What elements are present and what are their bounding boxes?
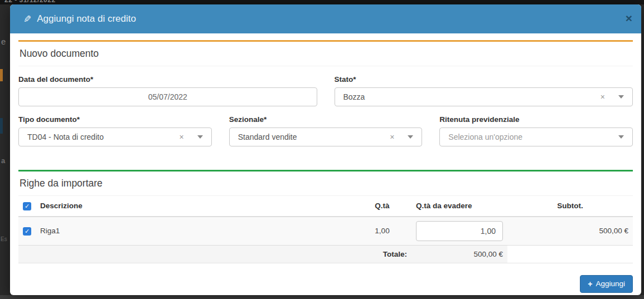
table-header-row: ✓ Descrizione Q.tà Q.tà da evadere Subto…: [18, 196, 633, 217]
backdrop-text-fragment: a: [1, 156, 5, 165]
sezionale-selected-value: Standard vendite: [238, 133, 390, 141]
nuovo-documento-heading: Nuovo documento: [18, 42, 633, 66]
field-sezionale: Sezionale* Standard vendite ×: [229, 115, 423, 146]
section-righe-da-importare: Righe da importare ✓ Descrizione Q.tà Q.…: [18, 170, 633, 263]
sezionale-label: Sezionale*: [229, 115, 423, 124]
modal-title: Aggiungi nota di credito: [37, 13, 136, 24]
totale-value: 500,00 €: [411, 245, 507, 263]
section-nuovo-documento: Nuovo documento Data del documento* Stat…: [18, 40, 633, 161]
table-row: ✓ Riga1 1,00 500,00 €: [18, 217, 633, 246]
backdrop-orange-block: [0, 69, 3, 81]
backdrop-navy-block: [0, 118, 3, 134]
modal-body: Nuovo documento Data del documento* Stat…: [10, 33, 641, 293]
close-icon[interactable]: ×: [626, 12, 632, 24]
ritenuta-previdenziale-select[interactable]: Seleziona un'opzione: [439, 128, 633, 146]
backdrop-text-fragment: e: [1, 37, 6, 46]
caret-down-icon: [197, 135, 203, 139]
sezionale-select[interactable]: Standard vendite ×: [229, 128, 423, 146]
nuovo-documento-body: Data del documento* Stato* Bozza ×: [18, 66, 633, 161]
data-documento-input[interactable]: [18, 87, 317, 106]
field-tipo-documento: Tipo documento* TD04 - Nota di credito ×: [18, 115, 212, 146]
qta-da-evadere-input[interactable]: [416, 221, 503, 241]
aggiungi-button[interactable]: + Aggiungi: [580, 275, 633, 293]
clear-icon[interactable]: ×: [601, 93, 605, 101]
table-footer-row: Totale: 500,00 €: [18, 245, 633, 263]
row-descrizione: Riga1: [36, 217, 353, 246]
clear-icon[interactable]: ×: [179, 133, 183, 141]
data-documento-label: Data del documento*: [18, 75, 317, 84]
caret-down-icon: [618, 95, 624, 99]
header-qta: Q.tà: [353, 196, 411, 217]
modal-header: ✎ Aggiungi nota di credito ×: [10, 4, 641, 33]
ritenuta-previdenziale-placeholder: Seleziona un'opzione: [448, 133, 618, 141]
caret-down-icon: [618, 135, 624, 139]
stato-label: Stato*: [335, 75, 633, 84]
stato-select[interactable]: Bozza ×: [335, 87, 633, 106]
modal-actions: + Aggiungi: [18, 275, 633, 293]
tipo-documento-label: Tipo documento*: [18, 115, 212, 124]
aggiungi-button-label: Aggiungi: [595, 280, 625, 288]
row-subtot: 500,00 €: [507, 217, 633, 246]
backdrop-bottom-strip: [0, 295, 644, 299]
add-credit-note-modal: ✎ Aggiungi nota di credito × Nuovo docum…: [10, 4, 641, 295]
header-subtot: Subtot.: [507, 196, 633, 217]
pencil-icon: ✎: [23, 13, 31, 25]
header-qta-da-evadere: Q.tà da evadere: [411, 196, 507, 217]
clear-icon[interactable]: ×: [390, 133, 394, 141]
tipo-documento-selected-value: TD04 - Nota di credito: [27, 133, 179, 141]
header-descrizione: Descrizione: [36, 196, 353, 217]
totale-label: Totale:: [18, 245, 411, 263]
field-stato: Stato* Bozza ×: [335, 75, 633, 106]
ritenuta-previdenziale-label: Ritenuta previdenziale: [439, 115, 633, 124]
select-all-checkbox[interactable]: ✓: [23, 202, 31, 210]
row-qta: 1,00: [353, 217, 411, 246]
tipo-documento-select[interactable]: TD04 - Nota di credito ×: [18, 128, 212, 146]
row-checkbox[interactable]: ✓: [23, 227, 31, 236]
righe-table: ✓ Descrizione Q.tà Q.tà da evadere Subto…: [18, 196, 633, 263]
plus-icon: +: [588, 280, 592, 288]
righe-da-importare-heading: Righe da importare: [18, 171, 633, 196]
field-data-documento: Data del documento*: [18, 75, 317, 106]
footer-empty-cell: [507, 245, 633, 263]
field-ritenuta-previdenziale: Ritenuta previdenziale Seleziona un'opzi…: [439, 115, 633, 146]
backdrop-text-fragment: Es: [1, 236, 7, 242]
backdrop-top-strip: 22 - 31/12/2022: [0, 0, 644, 4]
backdrop-date-range-text: 22 - 31/12/2022: [4, 0, 56, 4]
stato-selected-value: Bozza: [343, 92, 601, 101]
caret-down-icon: [408, 135, 413, 139]
